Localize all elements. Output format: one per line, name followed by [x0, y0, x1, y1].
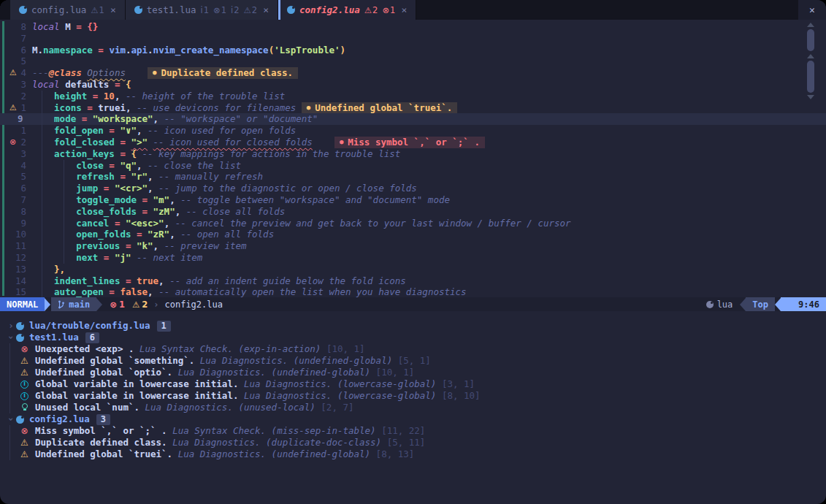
tab-config2.lua[interactable]: config2.lua⚠2⊗1×	[278, 0, 416, 20]
code-line[interactable]: 1fold_open = "∨", -- icon used for open …	[0, 125, 826, 137]
code-line[interactable]: 6M.namespace = vim.api.nvim_create_names…	[0, 45, 826, 56]
code-line[interactable]: 15auto_open = false, -- automatically op…	[0, 286, 826, 297]
gutter: 4	[0, 160, 32, 172]
code-token: indent_lines	[54, 275, 126, 287]
close-icon[interactable]: ×	[401, 4, 407, 15]
code-line[interactable]: ⚠1icons = truei, -- use devicons for fil…	[0, 102, 826, 114]
code-token: ,	[126, 102, 137, 114]
code-token: =	[109, 125, 120, 137]
scrollbar-thumb[interactable]	[807, 29, 814, 51]
hint-count-icon: i1	[200, 5, 209, 15]
scrollbar-thumb[interactable]	[807, 61, 814, 93]
gutter: 5	[0, 56, 32, 67]
code-line[interactable]: 11previous = "k", -- preview item	[0, 240, 826, 252]
code-line[interactable]: 7toggle_mode = "m", -- toggle between "w…	[0, 194, 826, 206]
diagnostic-virtual-text: ●Duplicate defined class.	[148, 67, 298, 79]
tab-filename: test1.lua	[147, 4, 196, 15]
trouble-diagnostic-row[interactable]: Unused local `num`. Lua Diagnostics. (un…	[0, 402, 826, 413]
trouble-diagnostic-row[interactable]: ⚠Duplicate defined class. Lua Diagnostic…	[0, 437, 826, 448]
code-line[interactable]: 14indent_lines = true, -- add an indent …	[0, 275, 826, 287]
code-line[interactable]: ⊗2fold_closed = ">" -- icon used for clo…	[0, 137, 826, 148]
code-line[interactable]: ⚠4---@class Options●Duplicate defined cl…	[0, 67, 826, 79]
trouble-diagnostic-row[interactable]: iGlobal variable in lowercase initial. L…	[0, 378, 826, 390]
code-line[interactable]: 9mode = "workspace", -- "workspace" or "…	[0, 113, 826, 125]
code-line[interactable]: 13},	[0, 264, 826, 275]
trouble-diagnostic-row[interactable]: ⚠Undefined global `optio`. Lua Diagnosti…	[0, 367, 826, 378]
trouble-diagnostic-row[interactable]: iGlobal variable in lowercase initial. L…	[0, 390, 826, 402]
scroll-up-icon[interactable]	[807, 23, 814, 27]
scroll-down-icon[interactable]	[807, 95, 814, 99]
close-icon[interactable]: ×	[110, 4, 116, 15]
hint-icon: i	[200, 5, 202, 15]
diagnostic-position: [10, 1]	[326, 343, 365, 355]
trouble-file-row[interactable]: ›config2.lua3	[0, 413, 826, 425]
trouble-file-row[interactable]: ›lua/trouble/config.lua1	[0, 320, 826, 332]
diagnostic-count-badge: 1	[157, 321, 171, 332]
fold-collapsed-icon[interactable]: ›	[6, 320, 16, 332]
trouble-diagnostic-row[interactable]: ⊗Unexpected <exp> . Lua Syntax Check. (e…	[0, 343, 826, 355]
line-number: 4	[16, 67, 32, 79]
code-token: ,	[148, 171, 158, 183]
code-token: -- cancel the preview and get back to yo…	[175, 218, 571, 229]
trouble-diagnostic-row[interactable]: ⚠Undefined global `truei`. Lua Diagnosti…	[0, 448, 826, 460]
code-token: 'LspTrouble'	[274, 45, 340, 56]
code-token: ,	[148, 286, 158, 297]
code-line[interactable]: 2height = 10, -- height of the trouble l…	[0, 91, 826, 102]
code-token: .	[148, 45, 153, 56]
line-number: 8	[16, 21, 32, 33]
sign-column	[0, 21, 16, 33]
diagnostic-position: [2, 7]	[321, 402, 353, 413]
gutter: 2	[0, 91, 32, 102]
scroll-up-icon[interactable]	[807, 54, 814, 58]
code-line[interactable]: 12next = "j" -- next item	[0, 252, 826, 264]
hint-icon-slot	[19, 405, 30, 411]
code-token: previous	[76, 240, 126, 252]
code-line[interactable]: 3local defaults = {	[0, 79, 826, 91]
code-line[interactable]: 3action_keys = { -- key mappings for act…	[0, 148, 826, 160]
diagnostic-source: Lua Syntax Check. (exp-in-action)	[139, 343, 326, 355]
neovim-window: config.lua⚠1×test1.luai1⊗1i2⚠2×config2.l…	[0, 0, 826, 504]
lua-file-icon	[287, 6, 295, 14]
sign-column	[0, 240, 15, 252]
indent-guide	[54, 240, 76, 252]
trouble-diagnostic-row[interactable]: ⊗Miss symbol `,` or `;` . Lua Syntax Che…	[0, 425, 826, 437]
tab-config.lua[interactable]: config.lua⚠1×	[10, 0, 126, 20]
indent-guide	[32, 252, 54, 264]
tab-filename: config.lua	[31, 4, 86, 15]
diagnostic-bullet-icon: ●	[153, 67, 156, 79]
code-token: truei	[98, 102, 126, 114]
diag-count: 2	[372, 5, 378, 15]
warn-count-icon: ⚠2	[244, 5, 258, 15]
indent-guide	[54, 218, 76, 229]
tab-test1.lua[interactable]: test1.luai1⊗1i2⚠2×	[126, 0, 278, 20]
fold-expanded-icon[interactable]: ›	[5, 332, 17, 343]
code-line[interactable]: 10open_folds = "zR", -- open all folds	[0, 229, 826, 240]
warning-icon: ⚠	[132, 299, 139, 310]
gutter: 5	[0, 171, 32, 183]
sign-column	[0, 91, 16, 102]
code-token: "j"	[115, 252, 137, 264]
code-line[interactable]: 5refresh = "r", -- manually refresh	[0, 171, 826, 183]
trouble-diagnostic-row[interactable]: ⚠Undefined global `something`. Lua Diagn…	[0, 355, 826, 367]
close-icon[interactable]: ✕	[798, 0, 826, 20]
code-line[interactable]: 4close = "q", -- close the list	[0, 160, 826, 172]
info-icon-slot: i	[19, 381, 30, 389]
line-number: 3	[16, 148, 32, 160]
close-icon[interactable]: ×	[263, 4, 269, 15]
trouble-filename: config2.lua	[29, 413, 90, 425]
info-icon: i	[231, 5, 233, 15]
code-line[interactable]: 6jump = "<cr>", -- jump to the diagnosti…	[0, 183, 826, 194]
code-token: -- key mappings for actions in the troub…	[142, 148, 401, 160]
code-line[interactable]: 8close_folds = "zM", -- close all folds	[0, 206, 826, 218]
code-token: =	[82, 113, 93, 125]
error-icon-slot: ⊗	[19, 343, 30, 355]
code-token: -- automatically open the list when you …	[158, 286, 466, 297]
code-line[interactable]: 9cancel = "<esc>", -- cancel the preview…	[0, 218, 826, 229]
code-token: =	[120, 171, 131, 183]
line-number: 1	[16, 102, 32, 114]
code-line[interactable]: 5	[0, 56, 826, 67]
code-line[interactable]: 7	[0, 33, 826, 45]
fold-expanded-icon[interactable]: ›	[5, 414, 17, 424]
trouble-file-row[interactable]: ›test1.lua6	[0, 332, 826, 343]
code-line[interactable]: 8local M = {}	[0, 21, 826, 33]
